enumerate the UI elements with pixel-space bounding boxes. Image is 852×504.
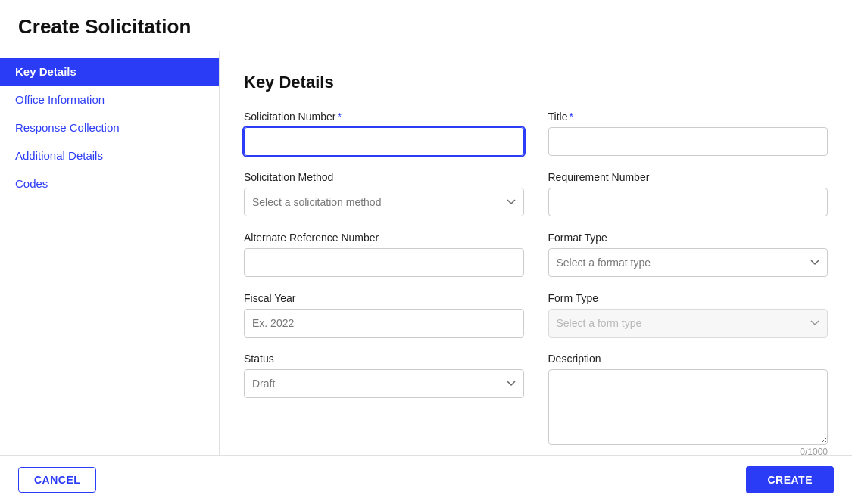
sidebar-item-office-information[interactable]: Office Information	[0, 86, 219, 114]
form-type-label: Form Type	[548, 292, 829, 304]
sidebar-item-codes[interactable]: Codes	[0, 170, 219, 198]
sidebar-item-additional-details[interactable]: Additional Details	[0, 142, 219, 170]
solicitation-number-input[interactable]	[244, 127, 524, 156]
create-button[interactable]: CREATE	[746, 466, 834, 493]
title-label: Title*	[548, 110, 829, 123]
sidebar-item-response-collection[interactable]: Response Collection	[0, 114, 219, 142]
sidebar: Key Details Office Information Response …	[0, 51, 220, 455]
status-group: Status Draft Active Closed	[244, 353, 524, 455]
page-header: Create Solicitation	[0, 0, 852, 51]
description-textarea[interactable]	[548, 369, 829, 445]
solicitation-number-group: Solicitation Number*	[244, 110, 524, 156]
format-type-select[interactable]: Select a format type	[548, 248, 829, 277]
solicitation-number-label: Solicitation Number*	[244, 110, 524, 123]
form-grid: Solicitation Number* Title* Solicitation…	[244, 110, 828, 455]
requirement-number-input[interactable]	[548, 188, 829, 216]
form-section-title: Key Details	[244, 73, 828, 92]
alternate-reference-input[interactable]	[244, 248, 524, 277]
cancel-button[interactable]: CANCEL	[18, 467, 96, 493]
title-group: Title*	[548, 110, 829, 156]
requirement-number-group: Requirement Number	[548, 171, 829, 216]
fiscal-year-input[interactable]	[244, 309, 524, 338]
alternate-reference-label: Alternate Reference Number	[244, 232, 524, 244]
title-required-star: *	[569, 110, 573, 123]
form-area: Key Details Solicitation Number* Title* …	[220, 51, 852, 455]
form-type-select[interactable]: Select a form type	[548, 309, 829, 338]
form-type-group: Form Type Select a form type	[548, 292, 829, 338]
solicitation-method-group: Solicitation Method Select a solicitatio…	[244, 171, 524, 216]
footer: CANCEL CREATE	[0, 455, 852, 504]
status-select[interactable]: Draft Active Closed	[244, 369, 524, 398]
solicitation-method-label: Solicitation Method	[244, 171, 524, 183]
sidebar-item-key-details[interactable]: Key Details	[0, 58, 219, 86]
description-wrapper: 0/1000	[548, 369, 829, 455]
alternate-reference-group: Alternate Reference Number	[244, 232, 524, 277]
status-label: Status	[244, 353, 524, 365]
title-input[interactable]	[548, 127, 829, 156]
format-type-group: Format Type Select a format type	[548, 232, 829, 277]
solicitation-method-select[interactable]: Select a solicitation method	[244, 188, 524, 216]
description-counter: 0/1000	[548, 446, 829, 455]
main-content: Key Details Office Information Response …	[0, 51, 852, 455]
fiscal-year-label: Fiscal Year	[244, 292, 524, 304]
requirement-number-label: Requirement Number	[548, 171, 829, 183]
description-group: Description 0/1000	[548, 353, 829, 455]
fiscal-year-group: Fiscal Year	[244, 292, 524, 338]
page-title: Create Solicitation	[18, 15, 834, 39]
format-type-label: Format Type	[548, 232, 829, 244]
required-star: *	[337, 110, 341, 123]
description-label: Description	[548, 353, 829, 365]
